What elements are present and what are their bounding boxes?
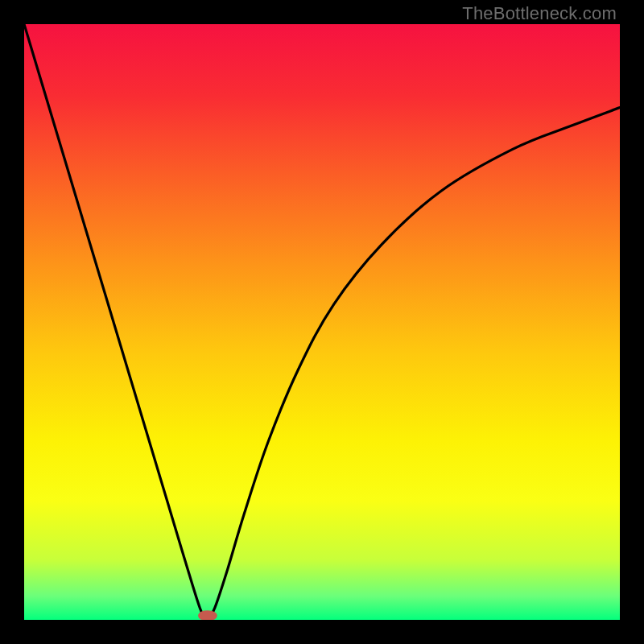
chart-frame: [24, 24, 620, 620]
watermark-text: TheBottleneck.com: [462, 3, 617, 24]
bottleneck-plot: [24, 24, 620, 620]
